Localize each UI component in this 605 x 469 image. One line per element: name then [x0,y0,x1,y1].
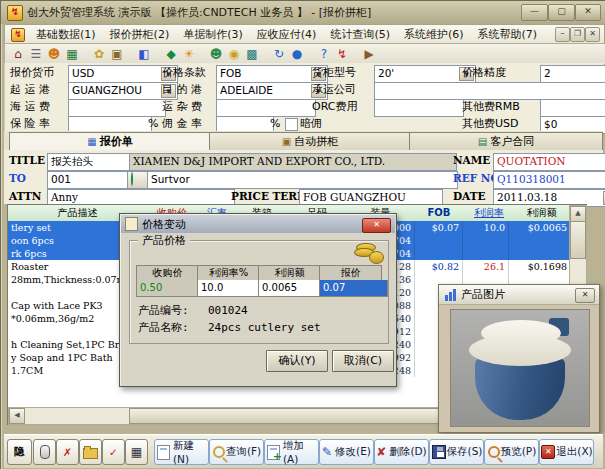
dialog-icon [125,217,138,231]
mdi-close-button[interactable]: ✕ [585,27,600,42]
building-icon[interactable]: ⌂ [9,46,27,62]
name-field-label: NAME [453,153,490,168]
profit-amount-cell[interactable]: 0.0065 [258,280,327,297]
lightning-icon[interactable]: ↯ [333,46,351,62]
maximize-button[interactable]: ▢ [548,4,575,21]
horizontal-scroll-thumb[interactable] [129,408,449,424]
ref-no-input[interactable]: Q110318001 [493,171,605,189]
confirm-button[interactable]: 确认(Y) [266,350,328,372]
edit-button[interactable]: ✎修改(E) [319,439,374,465]
doc-name-input[interactable]: QUOTATION [493,153,605,171]
scroll-left-button[interactable]: ◀ [9,408,25,424]
package-icon[interactable]: ▣ [108,46,126,62]
vertical-scroll-thumb[interactable] [570,221,586,259]
price-precision-select[interactable]: 2 [540,65,605,83]
exit-icon[interactable]: ▶ [360,46,378,62]
orc-fee-input[interactable] [374,99,464,117]
to-field-label: TO [9,171,26,186]
quote-price-cell[interactable]: 0.07 [319,280,388,297]
find-button[interactable]: 查询(F) [209,439,264,465]
preview-icon [488,446,500,458]
ocean-freight-input[interactable] [68,99,166,117]
hidden-commission-checkbox[interactable] [285,118,298,131]
cancel-icon: ✗ [63,446,72,458]
price-terms-label: 价格条款 [162,65,206,80]
mdi-minimize-button[interactable]: – [555,27,570,42]
sun-icon[interactable]: ☀ [180,46,198,62]
commission-rate-label: 佣 金 率 [162,116,202,131]
product-price-group: 产品价格 收购价 利润率% 利润额 报价 0.50 10.0 0.0065 0.… [129,240,389,344]
hide-button[interactable]: 隐 [7,439,32,465]
image-window-close-button[interactable]: ✕ [575,288,595,303]
carrier-select[interactable] [374,82,605,100]
cancel-button[interactable]: 取消(C) [332,350,394,372]
tab-customer-contract[interactable]: ▤客户合同 [409,132,603,151]
gem-icon[interactable]: ◆ [162,46,180,62]
menu-item-documents[interactable]: 单据制作(3) [176,26,250,43]
sync-icon[interactable]: ↻ [270,46,288,62]
product-photo [450,309,590,427]
bar-chart-icon [445,289,457,301]
purchase-price-cell[interactable]: 0.50 [136,280,205,297]
exit-door-icon: ✕ [541,445,555,459]
close-button[interactable]: ✕ [575,4,601,21]
picture-icon[interactable]: ▦ [63,46,81,62]
product-image-window: 产品图片 ✕ [438,284,600,433]
product-no-label: 产品编号: [138,303,189,318]
product-no-value: 001024 [208,303,248,318]
other-fee-rmb-input[interactable] [540,99,605,117]
delete-button[interactable]: ✘删除(D) [374,439,429,465]
menu-item-statistics[interactable]: 统计查询(5) [323,26,397,43]
grid-view-button[interactable]: ▦ [125,439,148,465]
add-button[interactable]: 增加(A) [264,439,319,465]
confirm-row-button[interactable]: ✓ [102,439,125,465]
window-title: 创大外贸管理系统 演示版 【操作员:CNDTECH 业务员 】 - [报价拼柜] [27,5,371,20]
cancel-row-button[interactable]: ✗ [56,439,79,465]
menu-item-base-data[interactable]: 基础数据(1) [29,26,103,43]
dialog-title-bar[interactable]: 价格变动 ✕ [121,215,395,233]
folder-button[interactable] [79,439,102,465]
profit-rate-cell[interactable]: 10.0 [197,280,266,297]
globe-icon [131,172,133,186]
save-disk-icon [432,445,446,459]
customer-name-input[interactable]: Surtvor [147,171,458,189]
tab-auto-container[interactable]: ▣自动拼柜 [209,132,411,151]
help-icon[interactable]: ? [315,46,333,62]
column-header-profit-amount[interactable]: 利润额 [514,205,570,222]
users-icon[interactable]: ☻ [207,46,225,62]
search-icon [213,446,225,458]
company-title-input[interactable]: XIAMEN D&J IMPORT AND EXPORT CO., LTD. [129,153,457,171]
menu-item-quote[interactable]: 报价拼柜(2) [103,26,177,43]
monitor-icon[interactable]: ◧ [135,46,153,62]
contract-icon: ▤ [478,133,487,150]
title-bar: ↯ 创大外贸管理系统 演示版 【操作员:CNDTECH 业务员 】 - [报价拼… [1,1,605,24]
column-header-fob[interactable]: FOB [414,205,465,222]
app-logo-icon: ↯ [7,5,23,21]
minimize-button[interactable]: — [521,4,548,21]
tab-quotation[interactable]: ▦报价单 [9,132,211,151]
preview-button[interactable]: 预览(P) [484,439,539,465]
gift-icon[interactable]: ✿ [90,46,108,62]
user-icon[interactable]: ☻ [45,46,63,62]
exit-button[interactable]: ✕退出(X) [539,439,594,465]
save-icon[interactable]: ▩ [243,46,261,62]
menu-item-maintenance[interactable]: 系统维护(6) [397,26,471,43]
mdi-restore-button[interactable]: ❐ [570,27,585,42]
attn-label: ATTN [9,189,41,204]
new-button[interactable]: 新建(N) [154,439,209,465]
column-header-profit-rate[interactable]: 利润率 [464,205,515,222]
menu-item-help[interactable]: 系统帮助(7) [471,26,545,43]
image-window-title-bar[interactable]: 产品图片 ✕ [439,285,599,305]
scroll-up-button[interactable]: ▲ [570,206,586,222]
info-icon[interactable]: ● [288,46,306,62]
menu-item-receivables[interactable]: 应收应付(4) [250,26,324,43]
save-button[interactable]: 保存(S) [429,439,484,465]
mouse-button[interactable] [33,439,56,465]
coin-icon[interactable]: ◉ [225,46,243,62]
dialog-close-button[interactable]: ✕ [362,218,391,233]
container-type-select[interactable]: 20' [374,65,476,83]
main-toolbar: ⌂ ☰ ☻ ▦ ✿ ▣ ◧ ◆ ☀ ☻ ◉ ▩ ↻ ● ? ↯ ▶ [4,43,605,65]
database-icon[interactable]: ☰ [27,46,45,62]
commission-percent-label: % [270,116,280,131]
misc-freight-input[interactable] [216,99,316,117]
